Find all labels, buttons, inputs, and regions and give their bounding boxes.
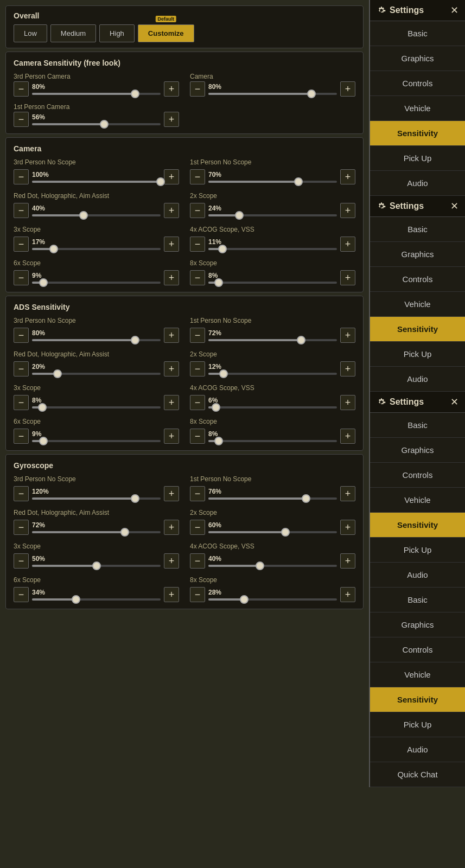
ads-4x-decrease[interactable]: − bbox=[190, 395, 205, 410]
first-person-camera-increase[interactable]: + bbox=[164, 112, 179, 127]
sidebar-item-audio-1[interactable]: Audio bbox=[370, 171, 465, 196]
preset-low-button[interactable]: Low bbox=[14, 24, 47, 42]
gyro-3x-decrease[interactable]: − bbox=[14, 553, 29, 569]
close-button-3[interactable]: ✕ bbox=[450, 396, 458, 408]
gyro-reddot-decrease[interactable]: − bbox=[14, 520, 29, 535]
sidebar-item-vehicle-1[interactable]: Vehicle bbox=[370, 96, 465, 121]
ads-3x-decrease[interactable]: − bbox=[14, 395, 29, 410]
camera-1st-noscope-increase[interactable]: + bbox=[340, 169, 355, 184]
preset-medium-button[interactable]: Medium bbox=[50, 24, 96, 42]
sidebar-item-controls-4[interactable]: Controls bbox=[370, 637, 465, 662]
camera-decrease[interactable]: − bbox=[190, 81, 205, 97]
camera-reddot-increase[interactable]: + bbox=[164, 203, 179, 218]
ads-6x-increase[interactable]: + bbox=[164, 429, 179, 444]
ads-2x-increase[interactable]: + bbox=[340, 361, 355, 376]
gyro-8x-increase[interactable]: + bbox=[340, 587, 355, 602]
camera-2x-slider[interactable]: 24% bbox=[208, 205, 337, 216]
sidebar-item-audio-3[interactable]: Audio bbox=[370, 563, 465, 588]
camera-4x-decrease[interactable]: − bbox=[190, 237, 205, 252]
preset-customize-button[interactable]: Customize bbox=[138, 24, 194, 42]
sidebar-item-vehicle-3[interactable]: Vehicle bbox=[370, 488, 465, 513]
ads-reddot-decrease[interactable]: − bbox=[14, 361, 29, 376]
first-person-camera-slider[interactable]: 56% bbox=[32, 113, 161, 125]
sidebar-item-sensitivity-4[interactable]: Sensitivity bbox=[370, 687, 465, 712]
gyro-3x-increase[interactable]: + bbox=[164, 553, 179, 569]
camera-3rd-noscope-increase[interactable]: + bbox=[164, 169, 179, 184]
camera-8x-decrease[interactable]: − bbox=[190, 270, 205, 285]
camera-3rd-noscope-slider[interactable]: 100% bbox=[32, 171, 161, 183]
third-person-camera-increase[interactable]: + bbox=[164, 81, 179, 97]
ads-1st-noscope-decrease[interactable]: − bbox=[190, 328, 205, 343]
camera-slider[interactable]: 80% bbox=[208, 83, 337, 95]
close-button-1[interactable]: ✕ bbox=[450, 4, 458, 16]
camera-1st-noscope-slider[interactable]: 70% bbox=[208, 171, 337, 183]
sidebar-item-quickchat[interactable]: Quick Chat bbox=[370, 762, 465, 787]
sidebar-item-basic-4[interactable]: Basic bbox=[370, 588, 465, 612]
camera-4x-increase[interactable]: + bbox=[340, 237, 355, 252]
gyro-2x-increase[interactable]: + bbox=[340, 520, 355, 535]
gyro-6x-decrease[interactable]: − bbox=[14, 587, 29, 602]
gyro-1st-noscope-increase[interactable]: + bbox=[340, 486, 355, 501]
gyro-6x-increase[interactable]: + bbox=[164, 587, 179, 602]
camera-1st-noscope-decrease[interactable]: − bbox=[190, 169, 205, 184]
gyro-1st-noscope-decrease[interactable]: − bbox=[190, 486, 205, 501]
sidebar-item-controls-3[interactable]: Controls bbox=[370, 463, 465, 488]
sidebar-item-basic-2[interactable]: Basic bbox=[370, 217, 465, 242]
gyro-3rd-noscope-increase[interactable]: + bbox=[164, 486, 179, 501]
ads-4x-increase[interactable]: + bbox=[340, 395, 355, 410]
ads-3x-increase[interactable]: + bbox=[164, 395, 179, 410]
ads-3rd-noscope-increase[interactable]: + bbox=[164, 328, 179, 343]
sidebar-item-pickup-1[interactable]: Pick Up bbox=[370, 146, 465, 171]
sidebar-item-audio-2[interactable]: Audio bbox=[370, 367, 465, 392]
camera-6x-increase[interactable]: + bbox=[164, 270, 179, 285]
sidebar-item-vehicle-2[interactable]: Vehicle bbox=[370, 292, 465, 317]
gyro-8x-decrease[interactable]: − bbox=[190, 587, 205, 602]
camera-6x-decrease[interactable]: − bbox=[14, 270, 29, 285]
close-button-2[interactable]: ✕ bbox=[450, 200, 458, 212]
ads-1st-noscope-increase[interactable]: + bbox=[340, 328, 355, 343]
sidebar-item-basic-3[interactable]: Basic bbox=[370, 413, 465, 438]
camera-3x-increase[interactable]: + bbox=[164, 237, 179, 252]
sidebar-item-graphics-2[interactable]: Graphics bbox=[370, 242, 465, 267]
sidebar-item-controls-1[interactable]: Controls bbox=[370, 71, 465, 96]
gyro-4x-increase[interactable]: + bbox=[340, 553, 355, 569]
sidebar-item-graphics-4[interactable]: Graphics bbox=[370, 612, 465, 637]
sidebar-item-pickup-4[interactable]: Pick Up bbox=[370, 712, 465, 737]
gyro-2x-decrease[interactable]: − bbox=[190, 520, 205, 535]
sidebar-item-graphics-1[interactable]: Graphics bbox=[370, 46, 465, 71]
sidebar-item-pickup-3[interactable]: Pick Up bbox=[370, 538, 465, 563]
sidebar-item-vehicle-4[interactable]: Vehicle bbox=[370, 662, 465, 687]
sidebar-item-pickup-2[interactable]: Pick Up bbox=[370, 342, 465, 367]
sidebar-item-audio-4[interactable]: Audio bbox=[370, 737, 465, 762]
ads-3rd-noscope-decrease[interactable]: − bbox=[14, 328, 29, 343]
camera-increase[interactable]: + bbox=[340, 81, 355, 97]
gyro-reddot-increase[interactable]: + bbox=[164, 520, 179, 535]
gyro-4x-decrease[interactable]: − bbox=[190, 553, 205, 569]
third-person-camera-decrease[interactable]: − bbox=[14, 81, 29, 97]
camera-3rd-noscope-decrease[interactable]: − bbox=[14, 169, 29, 184]
sidebar-item-sensitivity-3[interactable]: Sensitivity bbox=[370, 513, 465, 538]
sidebar-item-sensitivity-2[interactable]: Sensitivity bbox=[370, 317, 465, 342]
ads-2x-decrease[interactable]: − bbox=[190, 361, 205, 376]
camera-8x-increase[interactable]: + bbox=[340, 270, 355, 285]
camera-reddot-decrease[interactable]: − bbox=[14, 203, 29, 218]
gyro-3rd-noscope-decrease[interactable]: − bbox=[14, 486, 29, 501]
sidebar-item-sensitivity-1[interactable]: Sensitivity bbox=[370, 121, 465, 146]
camera-2x-increase[interactable]: + bbox=[340, 203, 355, 218]
preset-high-button[interactable]: High bbox=[99, 24, 135, 42]
camera-reddot-slider[interactable]: 40% bbox=[32, 205, 161, 216]
ads-8x-decrease[interactable]: − bbox=[190, 429, 205, 444]
camera-2x-decrease[interactable]: − bbox=[190, 203, 205, 218]
camera-3x-decrease[interactable]: − bbox=[14, 237, 29, 252]
sidebar-item-graphics-3[interactable]: Graphics bbox=[370, 438, 465, 463]
ads-reddot-increase[interactable]: + bbox=[164, 361, 179, 376]
first-person-camera-decrease[interactable]: − bbox=[14, 112, 29, 127]
camera-6x-slider[interactable]: 9% bbox=[32, 272, 161, 284]
ads-8x-increase[interactable]: + bbox=[340, 429, 355, 444]
camera-4x-slider[interactable]: 11% bbox=[208, 238, 337, 250]
ads-6x-decrease[interactable]: − bbox=[14, 429, 29, 444]
camera-8x-slider[interactable]: 8% bbox=[208, 272, 337, 284]
sidebar-item-controls-2[interactable]: Controls bbox=[370, 267, 465, 292]
third-person-camera-slider[interactable]: 80% bbox=[32, 83, 161, 95]
camera-3x-slider[interactable]: 17% bbox=[32, 238, 161, 250]
